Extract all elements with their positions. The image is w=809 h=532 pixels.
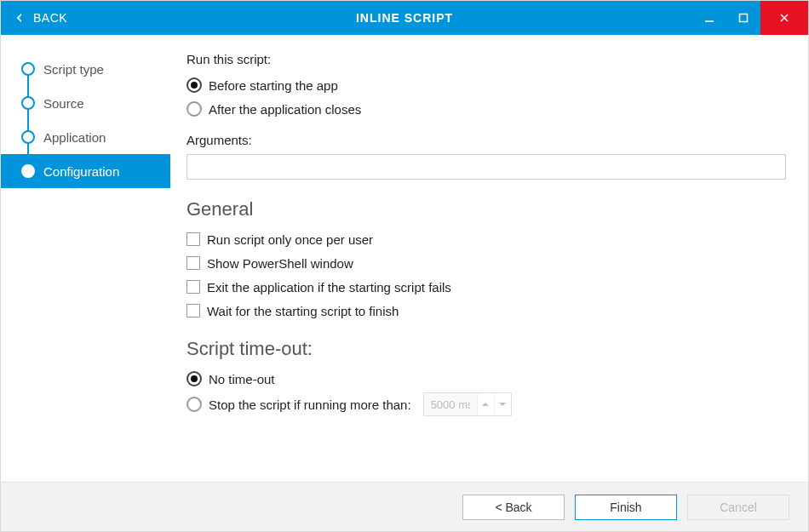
- check-show-powershell[interactable]: Show PowerShell window: [186, 251, 786, 275]
- caret-up-icon: [482, 401, 489, 408]
- radio-label: Before starting the app: [209, 78, 338, 93]
- window-title: INLINE SCRIPT: [1, 11, 808, 25]
- radio-icon: [186, 397, 202, 412]
- checkbox-label: Show PowerShell window: [207, 256, 353, 271]
- checkbox-label: Run script only once per user: [207, 232, 373, 247]
- step-source[interactable]: Source: [21, 86, 170, 120]
- svg-rect-1: [740, 14, 748, 22]
- step-label: Application: [43, 130, 106, 145]
- content-pane: Run this script: Before starting the app…: [171, 35, 808, 482]
- radio-after-close[interactable]: After the application closes: [186, 97, 786, 121]
- spinner-down-button[interactable]: [494, 393, 511, 415]
- step-application[interactable]: Application: [21, 120, 170, 154]
- radio-before-start[interactable]: Before starting the app: [186, 73, 786, 97]
- radio-icon: [186, 371, 202, 386]
- arguments-label: Arguments:: [186, 133, 786, 147]
- step-script-type[interactable]: Script type: [21, 52, 170, 86]
- timeout-spinner: [423, 392, 512, 416]
- general-heading: General: [186, 198, 786, 220]
- maximize-icon: [738, 13, 749, 23]
- finish-button[interactable]: Finish: [575, 495, 677, 520]
- back-nav-button[interactable]: BACK: [1, 1, 79, 35]
- step-dot-icon: [21, 130, 35, 144]
- caret-down-icon: [499, 401, 506, 408]
- step-label: Configuration: [43, 164, 119, 179]
- minimize-icon: [704, 13, 714, 23]
- close-button[interactable]: [760, 1, 808, 35]
- dialog-body: Script type Source Application Configura…: [1, 35, 808, 482]
- step-list: Script type Source Application Configura…: [1, 52, 170, 188]
- radio-icon: [186, 101, 202, 117]
- checkbox-icon: [186, 232, 200, 246]
- step-label: Script type: [43, 62, 104, 77]
- step-configuration[interactable]: Configuration: [1, 154, 170, 188]
- checkbox-icon: [186, 256, 200, 270]
- timeout-value-input[interactable]: [424, 393, 477, 415]
- step-dot-icon: [21, 164, 35, 178]
- maximize-button[interactable]: [726, 1, 760, 35]
- titlebar: BACK INLINE SCRIPT: [1, 1, 808, 35]
- wizard-sidebar: Script type Source Application Configura…: [1, 35, 171, 482]
- check-run-once[interactable]: Run script only once per user: [186, 227, 786, 251]
- check-wait-finish[interactable]: Wait for the starting script to finish: [186, 299, 786, 323]
- back-arrow-icon: [13, 11, 26, 25]
- timeout-radio-group: No time-out Stop the script if running m…: [186, 367, 786, 418]
- spinner-up-button[interactable]: [477, 393, 494, 415]
- run-script-radio-group: Before starting the app After the applic…: [186, 73, 786, 121]
- checkbox-icon: [186, 304, 200, 317]
- window-controls: [692, 1, 808, 35]
- step-label: Source: [43, 96, 84, 111]
- radio-label: Stop the script if running more than:: [209, 398, 411, 412]
- check-exit-on-fail[interactable]: Exit the application if the starting scr…: [186, 275, 786, 299]
- back-label: BACK: [33, 11, 67, 25]
- checkbox-label: Exit the application if the starting scr…: [207, 280, 451, 295]
- dialog-footer: < Back Finish Cancel: [1, 482, 808, 531]
- radio-label: No time-out: [209, 372, 275, 386]
- cancel-button: Cancel: [687, 495, 789, 520]
- radio-label: After the application closes: [209, 102, 361, 117]
- step-dot-icon: [21, 96, 35, 110]
- arguments-input[interactable]: [186, 154, 786, 180]
- step-dot-icon: [21, 62, 35, 76]
- inline-script-dialog: BACK INLINE SCRIPT Script type: [0, 0, 809, 532]
- close-icon: [779, 13, 789, 23]
- checkbox-label: Wait for the starting script to finish: [207, 304, 399, 318]
- minimize-button[interactable]: [692, 1, 726, 35]
- run-script-label: Run this script:: [186, 52, 786, 66]
- back-button[interactable]: < Back: [462, 495, 565, 520]
- general-checkbox-group: Run script only once per user Show Power…: [186, 227, 786, 323]
- timeout-heading: Script time-out:: [186, 338, 786, 360]
- radio-stop-after[interactable]: Stop the script if running more than:: [186, 391, 786, 418]
- radio-icon: [186, 77, 202, 93]
- checkbox-icon: [186, 280, 200, 294]
- radio-no-timeout[interactable]: No time-out: [186, 367, 786, 391]
